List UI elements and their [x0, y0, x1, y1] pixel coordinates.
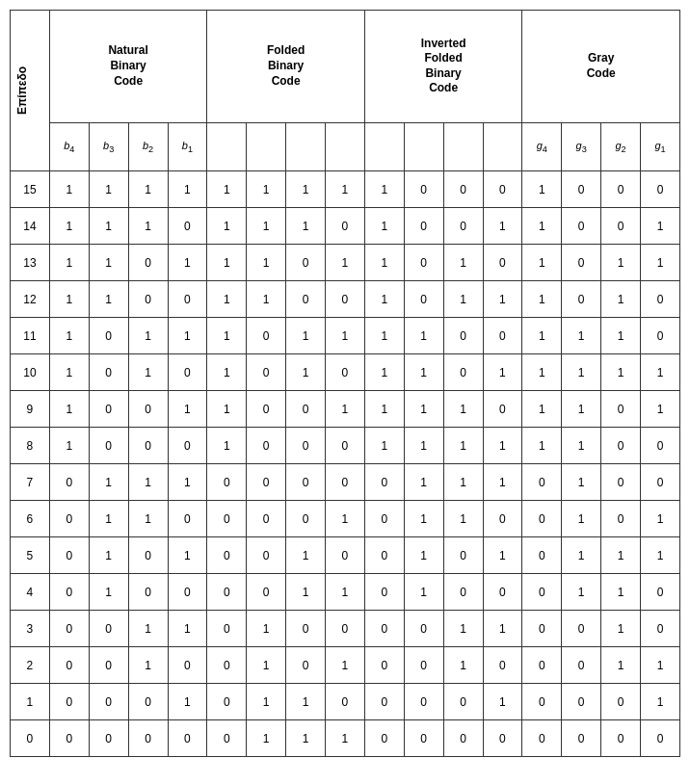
data-cell: 0	[326, 684, 365, 720]
level-cell: 5	[11, 537, 50, 574]
data-cell: 0	[89, 428, 128, 464]
data-cell: 0	[326, 428, 365, 464]
data-cell: 1	[247, 245, 286, 281]
data-cell: 0	[443, 171, 483, 208]
level-cell: 10	[11, 354, 50, 391]
data-cell: 1	[49, 354, 89, 391]
data-cell: 0	[364, 684, 404, 720]
data-cell: 0	[286, 611, 326, 647]
table-row: 121100110010111010	[11, 281, 680, 318]
data-cell: 0	[286, 245, 326, 281]
data-cell: 1	[601, 611, 641, 647]
data-cell: 1	[364, 428, 404, 464]
data-cell: 0	[483, 574, 522, 611]
data-cell: 1	[89, 501, 128, 537]
data-cell: 1	[286, 684, 326, 720]
data-cell: 0	[641, 318, 680, 354]
data-cell: 0	[128, 684, 168, 720]
data-cell: 0	[641, 574, 680, 611]
sub-b1: b1	[168, 122, 207, 170]
level-cell: 12	[11, 281, 50, 318]
data-cell: 1	[168, 245, 207, 281]
data-cell: 1	[326, 720, 365, 757]
data-cell: 1	[641, 208, 680, 245]
code-table: Επίπεδο NaturalBinaryCode FoldedBinaryCo…	[10, 10, 680, 757]
sub-folded-4	[326, 122, 365, 170]
data-cell: 0	[286, 428, 326, 464]
data-cell: 0	[601, 208, 641, 245]
data-cell: 1	[128, 647, 168, 684]
data-cell: 1	[49, 245, 89, 281]
data-cell: 1	[128, 611, 168, 647]
data-cell: 1	[326, 391, 365, 428]
table-row: 60110000101100101	[11, 501, 680, 537]
data-cell: 0	[89, 391, 128, 428]
data-cell: 1	[483, 684, 522, 720]
data-cell: 1	[404, 537, 443, 574]
level-cell: 9	[11, 391, 50, 428]
data-cell: 1	[522, 318, 562, 354]
data-cell: 0	[49, 647, 89, 684]
table-row: 40100001101000110	[11, 574, 680, 611]
folded-binary-header: FoldedBinaryCode	[207, 11, 365, 123]
data-cell: 0	[562, 684, 601, 720]
data-cell: 1	[443, 611, 483, 647]
data-cell: 0	[49, 684, 89, 720]
data-cell: 0	[364, 611, 404, 647]
data-cell: 0	[128, 537, 168, 574]
level-cell: 4	[11, 574, 50, 611]
table-row: 101010101011011111	[11, 354, 680, 391]
level-cell: 15	[11, 171, 50, 208]
data-cell: 0	[168, 208, 207, 245]
data-cell: 1	[601, 281, 641, 318]
data-cell: 0	[326, 464, 365, 501]
data-cell: 0	[247, 574, 286, 611]
data-cell: 0	[443, 354, 483, 391]
data-cell: 0	[286, 501, 326, 537]
data-cell: 0	[326, 537, 365, 574]
data-cell: 0	[49, 537, 89, 574]
sub-g4: g4	[522, 122, 562, 170]
table-row: 81000100011111100	[11, 428, 680, 464]
level-cell: 3	[11, 611, 50, 647]
sub-inv-4	[483, 122, 522, 170]
data-cell: 1	[443, 391, 483, 428]
data-cell: 1	[286, 537, 326, 574]
data-cell: 0	[522, 574, 562, 611]
data-cell: 1	[89, 245, 128, 281]
data-cell: 0	[247, 354, 286, 391]
data-cell: 1	[522, 354, 562, 391]
data-cell: 0	[562, 245, 601, 281]
data-cell: 0	[483, 171, 522, 208]
data-cell: 1	[404, 391, 443, 428]
data-cell: 1	[168, 684, 207, 720]
data-cell: 0	[404, 171, 443, 208]
data-cell: 1	[641, 684, 680, 720]
data-cell: 1	[404, 318, 443, 354]
data-cell: 0	[641, 281, 680, 318]
data-cell: 0	[483, 647, 522, 684]
data-cell: 0	[443, 574, 483, 611]
inverted-folded-header: InvertedFoldedBinaryCode	[364, 11, 522, 123]
data-cell: 1	[286, 720, 326, 757]
data-cell: 1	[49, 281, 89, 318]
data-cell: 0	[483, 501, 522, 537]
data-cell: 0	[404, 647, 443, 684]
data-cell: 1	[562, 354, 601, 391]
data-cell: 0	[89, 684, 128, 720]
data-cell: 0	[49, 574, 89, 611]
data-cell: 0	[128, 391, 168, 428]
data-cell: 1	[364, 391, 404, 428]
data-cell: 0	[247, 501, 286, 537]
data-cell: 1	[404, 501, 443, 537]
data-cell: 1	[641, 537, 680, 574]
data-cell: 0	[641, 611, 680, 647]
data-cell: 1	[89, 281, 128, 318]
data-cell: 1	[207, 318, 247, 354]
data-cell: 1	[128, 318, 168, 354]
data-cell: 0	[522, 501, 562, 537]
data-cell: 1	[483, 208, 522, 245]
data-cell: 1	[522, 391, 562, 428]
data-cell: 1	[404, 428, 443, 464]
data-cell: 0	[641, 720, 680, 757]
